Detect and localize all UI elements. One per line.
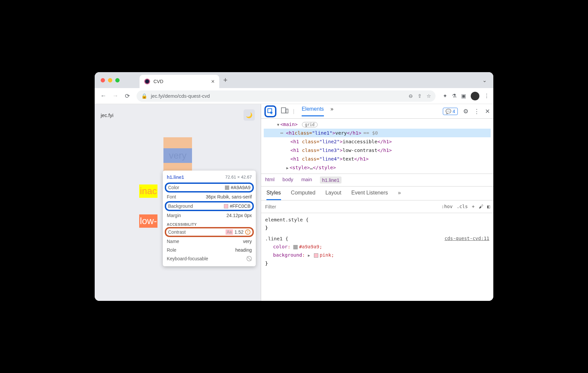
address-bar[interactable]: 🔒 jec.fyi/demo/cds-quest-cvd ⊖ ⇧ ☆ (137, 90, 436, 102)
tooltip-kbd-row: Keyboard-focusable (163, 254, 256, 263)
line3-element[interactable]: low- (139, 214, 157, 228)
paint-icon[interactable]: 🖌 (479, 204, 483, 209)
reload-button[interactable]: ⟳ (123, 91, 132, 101)
site-name: jec.fyi (101, 112, 113, 118)
maximize-window-icon[interactable] (115, 78, 120, 82)
devtools-toolbar: | Elements » 💬4 ⚙ ⋮ ✕ (261, 104, 493, 119)
tab-styles[interactable]: Styles (266, 190, 281, 200)
labs-icon[interactable]: ⚗ (452, 93, 456, 99)
tooltip-font-row: Font 36px Rubik, sans-serif (163, 192, 256, 201)
panel-icon[interactable]: ▣ (461, 93, 466, 99)
bookmark-icon[interactable]: ☆ (427, 93, 431, 99)
cls-button[interactable]: .cls (456, 204, 468, 209)
tab-event-listeners[interactable]: Event Listeners (351, 190, 388, 200)
back-button[interactable]: ← (99, 91, 108, 101)
messages-badge[interactable]: 💬4 (443, 108, 458, 115)
crumb-main[interactable]: main (301, 177, 312, 184)
rendered-page: jec.fyi 🌙 very inac low- h1.line1 72.61 … (95, 104, 261, 301)
crumb-html[interactable]: html (265, 177, 274, 184)
tooltip-bg-row: Background #FFC0CB (165, 201, 254, 211)
dom-selected-line[interactable]: <h1 class="line1">very</h1> == $0 (264, 129, 491, 137)
lock-icon: 🔒 (141, 93, 147, 99)
page-header: jec.fyi 🌙 (101, 109, 255, 121)
tab-styles-more-icon[interactable]: » (398, 190, 401, 200)
tab-title: CVD (153, 79, 208, 84)
styles-tabs: Styles Computed Layout Event Listeners » (261, 186, 493, 200)
dark-mode-toggle[interactable]: 🌙 (244, 109, 255, 121)
kebab-menu-icon[interactable]: ⋮ (474, 108, 480, 115)
traffic-lights (101, 78, 120, 82)
tabs-menu-icon[interactable]: ⌄ (482, 77, 487, 83)
close-window-icon[interactable] (101, 78, 105, 82)
title-bar: CVD × + ⌄ (95, 72, 493, 88)
devtools-panel: | Elements » 💬4 ⚙ ⋮ ✕ ▼<main> grid <h1 c… (261, 104, 493, 301)
close-tab-icon[interactable]: × (211, 78, 215, 85)
tooltip-name-row: Name very (163, 237, 256, 246)
color-swatch-icon (225, 186, 229, 190)
dom-breadcrumbs: html body main h1.line1 (261, 174, 493, 186)
extensions-icon[interactable]: ✦ (443, 93, 447, 99)
tooltip-selector: h1.line1 (167, 175, 184, 180)
device-toggle-button[interactable] (281, 107, 288, 115)
collapse-icon[interactable]: ▼ (277, 122, 279, 128)
contrast-sample-icon: Aa (226, 229, 233, 235)
menu-icon[interactable]: ⋮ (484, 93, 489, 99)
tab-computed[interactable]: Computed (291, 190, 316, 200)
inspect-element-button[interactable] (264, 105, 276, 117)
tooltip-contrast-row: Contrast Aa1.52! (165, 227, 254, 237)
tooltip-margin-row: Margin 24.12px 0px (163, 211, 256, 220)
styles-filter-input[interactable] (261, 201, 438, 212)
line2-element[interactable]: inac (139, 185, 157, 198)
tooltip-role-row: Role heading (163, 246, 256, 254)
styles-filter-row: :hov .cls + 🖌 ◧ (261, 200, 493, 213)
address-actions: ⊖ ⇧ ☆ (409, 93, 431, 99)
settings-icon[interactable]: ⚙ (463, 108, 468, 115)
css-color-swatch-icon[interactable] (293, 245, 298, 249)
crumb-h1[interactable]: h1.line1 (320, 177, 342, 184)
crumb-body[interactable]: body (282, 177, 293, 184)
svg-rect-1 (281, 108, 286, 113)
share-icon[interactable]: ⇧ (418, 93, 422, 99)
browser-tab[interactable]: CVD × (140, 75, 219, 88)
expand-shorthand-icon[interactable]: ▶ (308, 253, 310, 259)
svg-rect-2 (286, 109, 288, 113)
url-text: jec.fyi/demo/cds-quest-cvd (151, 93, 210, 99)
tooltip-dimensions: 72.61 × 42.67 (225, 175, 252, 180)
toolbar-icons: ✦ ⚗ ▣ ⋮ (443, 92, 489, 100)
element-tooltip: h1.line1 72.61 × 42.67 Color #A9A9A9 Fon… (163, 171, 256, 266)
browser-window: CVD × + ⌄ ← → ⟳ 🔒 jec.fyi/demo/cds-quest… (95, 72, 493, 301)
browser-toolbar: ← → ⟳ 🔒 jec.fyi/demo/cds-quest-cvd ⊖ ⇧ ☆… (95, 88, 493, 104)
new-tab-button[interactable]: + (223, 76, 228, 84)
close-devtools-icon[interactable]: ✕ (485, 108, 490, 115)
content-area: jec.fyi 🌙 very inac low- h1.line1 72.61 … (95, 104, 493, 301)
not-focusable-icon (246, 256, 252, 261)
zoom-out-icon[interactable]: ⊖ (409, 93, 413, 99)
minimize-window-icon[interactable] (108, 78, 112, 82)
tab-elements[interactable]: Elements (302, 106, 324, 116)
hov-button[interactable]: :hov (441, 204, 453, 209)
styles-body[interactable]: element.style { } .line1 {cds-quest-cvd:… (261, 213, 493, 270)
expand-icon[interactable]: ▶ (286, 165, 289, 172)
css-bg-swatch-icon[interactable] (314, 253, 318, 258)
grid-badge[interactable]: grid (302, 122, 318, 127)
devtools-tabs: Elements » (302, 106, 334, 116)
tab-more-icon[interactable]: » (331, 106, 334, 116)
source-link[interactable]: cds-quest-cvd:11 (444, 235, 489, 243)
favicon-icon (144, 78, 150, 84)
profile-icon[interactable] (471, 92, 479, 100)
moon-icon: 🌙 (246, 112, 252, 118)
bg-swatch-icon (224, 204, 228, 208)
warning-icon: ! (245, 229, 250, 235)
new-rule-button[interactable]: + (472, 204, 474, 209)
inspect-icon (267, 108, 274, 115)
a11y-section-label: ACCESSIBILITY (163, 220, 256, 227)
tab-layout[interactable]: Layout (325, 190, 341, 200)
tooltip-color-row: Color #A9A9A9 (165, 183, 254, 192)
panel-toggle-icon[interactable]: ◧ (487, 204, 490, 209)
forward-button[interactable]: → (111, 91, 120, 101)
dom-tree[interactable]: ▼<main> grid <h1 class="line1">very</h1>… (261, 119, 493, 174)
message-icon: 💬 (445, 109, 451, 114)
